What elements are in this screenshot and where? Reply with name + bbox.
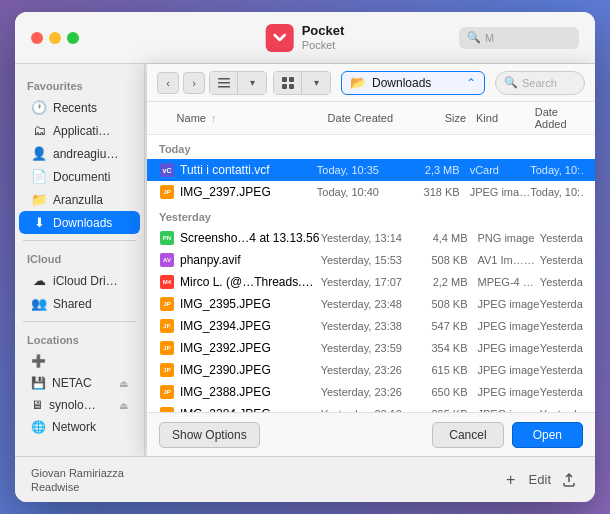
view-options: ▾	[209, 71, 267, 95]
app-subtitle: Pocket	[302, 39, 345, 52]
file-name: phanpy.avif	[180, 253, 321, 267]
file-name: IMG_2395.JPEG	[180, 297, 321, 311]
section-yesterday: Yesterday	[147, 203, 595, 227]
file-date: Today, 10:40	[317, 186, 412, 198]
file-kind: MPEG-4 movie	[468, 276, 540, 288]
file-size: 508 KB	[419, 298, 468, 310]
jpeg-icon: JP	[159, 184, 175, 200]
file-date-added: Yesterday	[540, 276, 583, 288]
svg-rect-5	[282, 84, 287, 89]
file-name: IMG_2392.JPEG	[180, 341, 321, 355]
jpeg-icon-2395: JP	[159, 296, 175, 312]
search-icon-dialog: 🔍	[504, 76, 518, 89]
file-date: Yesterday, 13:14	[321, 232, 419, 244]
minimize-button[interactable]	[49, 32, 61, 44]
grid-view-button[interactable]	[274, 72, 302, 94]
location-bar[interactable]: 📂 Downloads ⌃	[341, 71, 485, 95]
file-row[interactable]: JP IMG_2397.JPEG Today, 10:40 318 KB JPE…	[147, 181, 595, 203]
open-button[interactable]: Open	[512, 422, 583, 448]
title-bar: Pocket Pocket 🔍 M	[15, 12, 595, 64]
forward-button[interactable]: ›	[183, 72, 205, 94]
file-date: Yesterday, 23:59	[321, 342, 419, 354]
dialog-footer: Show Options Cancel Open	[147, 412, 595, 456]
traffic-lights	[31, 32, 79, 44]
back-button[interactable]: ‹	[157, 72, 179, 94]
col-header-date-created[interactable]: Date Created	[328, 112, 420, 124]
file-name: Tutti i contatti.vcf	[180, 163, 317, 177]
file-date: Yesterday, 15:53	[321, 254, 419, 266]
close-button[interactable]	[31, 32, 43, 44]
svg-rect-3	[282, 77, 287, 82]
bottom-names: Giovan Ramiriazza Readwise	[31, 467, 124, 493]
cancel-button[interactable]: Cancel	[432, 422, 503, 448]
col-header-size[interactable]: Size	[420, 112, 466, 124]
search-icon: 🔍	[467, 31, 481, 44]
jpeg-icon-2390: JP	[159, 362, 175, 378]
add-button[interactable]: +	[501, 470, 521, 490]
title-search[interactable]: 🔍 M	[459, 27, 579, 49]
vcf-icon: vC	[159, 162, 175, 178]
title-search-placeholder: M	[485, 32, 494, 44]
file-size: 508 KB	[419, 254, 468, 266]
svg-rect-1	[218, 82, 230, 84]
file-date: Yesterday, 23:38	[321, 320, 419, 332]
file-size: 2,3 MB	[412, 164, 460, 176]
bottom-bar: Giovan Ramiriazza Readwise + Edit	[15, 456, 595, 502]
col-header-kind[interactable]: Kind	[466, 112, 535, 124]
search-placeholder: Search	[522, 77, 557, 89]
show-options-button[interactable]: Show Options	[159, 422, 260, 448]
file-row[interactable]: JP IMG_2390.JPEG Yesterday, 23:26 615 KB…	[147, 359, 595, 381]
file-row[interactable]: JP IMG_2392.JPEG Yesterday, 23:59 354 KB…	[147, 337, 595, 359]
file-kind: JPEG image	[468, 298, 540, 310]
footer-buttons: Cancel Open	[432, 422, 583, 448]
file-kind: JPEG image	[468, 320, 540, 332]
app-title: Pocket	[302, 23, 345, 39]
file-row[interactable]: AV phanpy.avif Yesterday, 15:53 508 KB A…	[147, 249, 595, 271]
file-name: IMG_2394.JPEG	[180, 319, 321, 333]
fullscreen-button[interactable]	[67, 32, 79, 44]
open-dialog: ‹ › ▾	[147, 64, 595, 456]
title-bar-text: Pocket Pocket	[302, 23, 345, 52]
list-view-button[interactable]	[210, 72, 238, 94]
file-kind: JPEG image	[468, 364, 540, 376]
file-row[interactable]: vC Tutti i contatti.vcf Today, 10:35 2,3…	[147, 159, 595, 181]
file-row[interactable]: JP IMG_2395.JPEG Yesterday, 23:48 508 KB…	[147, 293, 595, 315]
file-row[interactable]: JP IMG_2384.JPEG Yesterday, 23:12 395 KB…	[147, 403, 595, 412]
file-row[interactable]: PN Screensho…4 at 13.13.56 Yesterday, 13…	[147, 227, 595, 249]
avif-icon: AV	[159, 252, 175, 268]
file-size: 2,2 MB	[419, 276, 468, 288]
dialog-search[interactable]: 🔍 Search	[495, 71, 585, 95]
file-name: Screensho…4 at 13.13.56	[180, 231, 321, 245]
file-row[interactable]: JP IMG_2394.JPEG Yesterday, 23:38 547 KB…	[147, 315, 595, 337]
content-area: Favourites 🕐 Recents 🗂 Applicati… 👤 andr…	[15, 64, 595, 456]
file-date-added: Today, 10:…	[530, 186, 583, 198]
share-icon[interactable]	[559, 470, 579, 490]
png-icon: PN	[159, 230, 175, 246]
file-date-added: Yesterday	[540, 232, 583, 244]
app-icon	[266, 24, 294, 52]
file-kind: JPEG image	[468, 342, 540, 354]
file-kind: vCard	[460, 164, 531, 176]
file-date: Today, 10:35	[317, 164, 412, 176]
mp4-icon: M4	[159, 274, 175, 290]
file-name: IMG_2397.JPEG	[180, 185, 317, 199]
file-size: 615 KB	[419, 364, 468, 376]
file-date: Yesterday, 17:07	[321, 276, 419, 288]
file-kind: AV1 Im…Format	[468, 254, 540, 266]
file-date: Yesterday, 23:48	[321, 298, 419, 310]
grid-view-chevron[interactable]: ▾	[302, 72, 330, 94]
list-view-chevron[interactable]: ▾	[238, 72, 266, 94]
bottom-name-1: Giovan Ramiriazza	[31, 467, 124, 479]
file-size: 4,4 MB	[419, 232, 468, 244]
file-date-added: Yesterday	[540, 386, 583, 398]
file-date: Yesterday, 23:26	[321, 364, 419, 376]
svg-rect-2	[218, 86, 230, 88]
file-row[interactable]: M4 Mirco L. (@…Threads.mp4 Yesterday, 17…	[147, 271, 595, 293]
file-row[interactable]: JP IMG_2388.JPEG Yesterday, 23:26 650 KB…	[147, 381, 595, 403]
file-size: 650 KB	[419, 386, 468, 398]
col-header-name[interactable]: Name ↑	[177, 112, 328, 124]
col-header-date-added[interactable]: Date Added	[535, 106, 583, 130]
edit-button[interactable]: Edit	[529, 472, 551, 487]
section-today: Today	[147, 135, 595, 159]
grid-view-options: ▾	[273, 71, 331, 95]
